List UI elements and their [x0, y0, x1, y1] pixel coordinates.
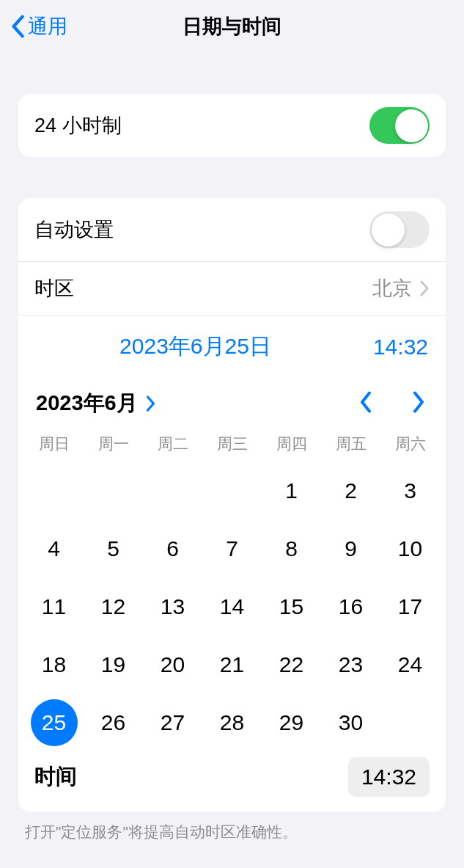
calendar-day[interactable]: 6 [143, 519, 202, 577]
calendar-day[interactable]: 10 [380, 519, 440, 577]
calendar-day[interactable]: 9 [321, 519, 380, 577]
calendar-day[interactable]: 14 [202, 577, 262, 635]
auto-set-label: 自动设置 [34, 216, 114, 243]
weekday-label: 周四 [262, 434, 321, 454]
calendar-day[interactable]: 22 [262, 635, 321, 693]
calendar-day[interactable]: 12 [84, 577, 143, 635]
twenty-four-hour-switch[interactable] [369, 107, 430, 144]
twenty-four-hour-label: 24 小时制 [34, 112, 122, 139]
selected-time-display[interactable]: 14:32 [355, 335, 428, 360]
twenty-four-hour-row: 24 小时制 [18, 94, 446, 157]
calendar-day[interactable]: 23 [321, 635, 380, 693]
chevron-right-icon [419, 280, 430, 297]
calendar-day[interactable]: 8 [262, 519, 321, 577]
calendar-day[interactable]: 29 [262, 693, 321, 751]
timezone-row[interactable]: 时区 北京 [18, 261, 446, 315]
weekday-label: 周三 [202, 434, 262, 454]
month-picker-button[interactable]: 2023年6月 [36, 389, 156, 418]
chevron-right-icon [412, 391, 425, 416]
calendar-day[interactable]: 30 [321, 693, 380, 751]
chevron-left-icon [359, 391, 372, 416]
month-label: 2023年6月 [36, 389, 138, 418]
weekday-label: 周日 [24, 434, 84, 454]
calendar-day-empty [24, 462, 84, 519]
calendar-day[interactable]: 13 [143, 577, 202, 635]
calendar-day[interactable]: 28 [202, 693, 262, 751]
weekday-label: 周二 [143, 434, 202, 454]
weekday-header: 周日周一周二周三周四周五周六 [18, 428, 446, 462]
back-button[interactable]: 通用 [10, 13, 67, 40]
calendar-day[interactable]: 1 [262, 462, 321, 519]
auto-set-row: 自动设置 [18, 198, 446, 261]
time-picker-button[interactable]: 14:32 [348, 757, 430, 797]
page-title: 日期与时间 [0, 13, 464, 40]
timezone-label: 时区 [34, 275, 74, 302]
next-month-button[interactable] [409, 388, 428, 419]
chevron-right-icon [145, 395, 156, 412]
calendar-grid: 1234567891011121314151617181920212223242… [18, 462, 446, 754]
footer-hint: 打开"定位服务"将提高自动时区准确性。 [0, 812, 464, 842]
calendar-day[interactable]: 2 [321, 462, 380, 519]
calendar-day[interactable]: 20 [143, 635, 202, 693]
prev-month-button[interactable] [356, 388, 375, 419]
calendar-day[interactable]: 17 [380, 577, 440, 635]
calendar-day[interactable]: 21 [202, 635, 262, 693]
calendar-day[interactable]: 16 [321, 577, 380, 635]
calendar-day[interactable]: 5 [84, 519, 143, 577]
calendar-day[interactable]: 3 [380, 462, 440, 519]
calendar-day[interactable]: 26 [84, 693, 143, 751]
weekday-label: 周一 [84, 434, 143, 454]
selected-date-display[interactable]: 2023年6月25日 [119, 334, 271, 358]
timezone-value: 北京 [372, 275, 412, 302]
calendar-day[interactable]: 25 [24, 693, 84, 751]
calendar-day-empty [143, 462, 202, 519]
calendar-day-empty [202, 462, 262, 519]
calendar-day[interactable]: 7 [202, 519, 262, 577]
time-label: 时间 [34, 762, 77, 792]
weekday-label: 周五 [321, 434, 380, 454]
back-label: 通用 [28, 13, 67, 40]
calendar-day[interactable]: 15 [262, 577, 321, 635]
date-time-summary-row: 2023年6月25日 14:32 [18, 315, 446, 372]
calendar-day[interactable]: 27 [143, 693, 202, 751]
calendar-day[interactable]: 24 [380, 635, 440, 693]
calendar-day[interactable]: 18 [24, 635, 84, 693]
calendar-day-empty [84, 462, 143, 519]
auto-set-switch[interactable] [369, 211, 430, 248]
time-value: 14:32 [361, 765, 416, 789]
calendar-day[interactable]: 4 [24, 519, 84, 577]
weekday-label: 周六 [380, 434, 440, 454]
calendar-day[interactable]: 11 [24, 577, 84, 635]
calendar-day[interactable]: 19 [84, 635, 143, 693]
chevron-left-icon [10, 15, 25, 38]
